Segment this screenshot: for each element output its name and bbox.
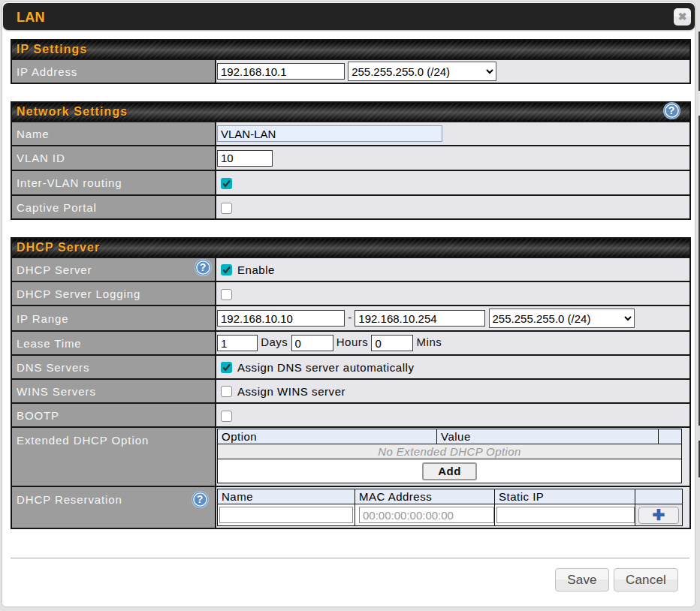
svg-text:?: ? [197, 493, 204, 505]
svg-text:?: ? [200, 261, 207, 273]
svg-text:?: ? [668, 104, 676, 116]
